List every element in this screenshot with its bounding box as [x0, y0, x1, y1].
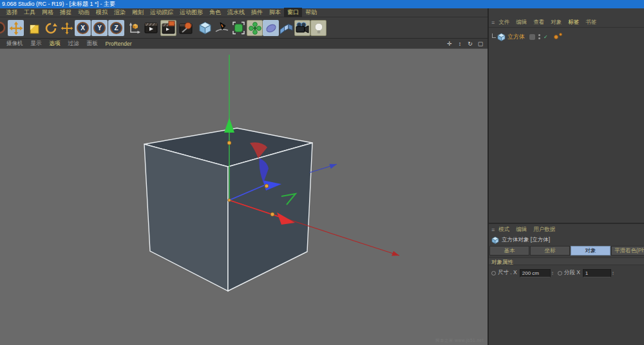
subdivision-surface-icon[interactable] [231, 20, 247, 36]
menu-mesh[interactable]: 网格 [39, 8, 57, 17]
attribute-object-title: 立方体对象 [立方体] [502, 236, 550, 244]
am-menu-mode[interactable]: 模式 [495, 226, 513, 234]
lock-x-axis-icon[interactable]: X [75, 20, 91, 36]
menu-select[interactable]: 选择 [3, 8, 21, 17]
segments-x-spinner[interactable]: ↕ [612, 270, 614, 276]
menu-simulate[interactable]: 模拟 [93, 8, 111, 17]
cube-object-icon [491, 236, 499, 244]
gizmo-origin-dot[interactable] [228, 199, 231, 202]
light-icon[interactable] [310, 20, 327, 36]
lock-z-axis-icon[interactable]: Z [108, 20, 124, 36]
menu-character[interactable]: 角色 [206, 8, 224, 17]
size-x-spinner[interactable]: ↕ [551, 270, 554, 276]
cinema4d-window: 9.068 Studio (RC - R19) - [未标题 1 *] - 主要… [0, 0, 644, 345]
add-cube-primitive-icon[interactable] [197, 20, 213, 36]
enabled-check-icon[interactable]: ✓ [544, 34, 548, 40]
deformers-icon[interactable] [247, 20, 263, 36]
menu-plugins[interactable]: 插件 [248, 8, 266, 17]
render-to-picture-viewer-icon[interactable] [160, 20, 176, 36]
tab-basic[interactable]: 基本 [489, 246, 529, 256]
cube-object-icon [497, 33, 506, 41]
menu-help[interactable]: 帮助 [302, 8, 320, 17]
om-menu-edit[interactable]: 编辑 [513, 19, 530, 26]
menu-sculpt[interactable]: 雕刻 [129, 8, 147, 17]
maximize-view-icon[interactable]: ▢ [477, 39, 484, 49]
cube-object[interactable] [144, 128, 312, 291]
menu-snap[interactable]: 捕捉 [57, 8, 75, 17]
tab-phong[interactable]: 平滑着色(Phon [611, 246, 644, 256]
menu-script[interactable]: 脚本 [266, 8, 284, 17]
keyframe-ring-icon[interactable] [558, 271, 562, 275]
om-menu-objects[interactable]: 对象 [547, 19, 565, 26]
hierarchy-branch-icon [492, 33, 496, 38]
move-tool-icon[interactable] [8, 20, 24, 36]
om-hamburger-icon[interactable]: ≡ [491, 19, 495, 26]
watermark: 脚本之家 www.jb51.net [435, 338, 484, 344]
segments-x-input[interactable] [583, 269, 611, 277]
viewport-menu-bar: 摄像机 显示 选项 过滤 面板 ProRender ✛ ↕ ↻ ▢ [0, 39, 488, 49]
camera-icon[interactable] [294, 20, 310, 36]
am-menu-userdata[interactable]: 用户数据 [530, 226, 558, 234]
rotate-tool-icon[interactable] [43, 20, 59, 36]
am-hamburger-icon[interactable]: ≡ [491, 227, 495, 233]
menu-motion-tracker[interactable]: 运动跟踪 [147, 8, 176, 17]
last-used-tool-icon[interactable] [59, 20, 75, 36]
axis-z-handle-dot[interactable] [265, 184, 269, 188]
phong-tag-icon[interactable] [554, 35, 558, 39]
fields-volume-icon[interactable] [263, 20, 279, 36]
menu-tools[interactable]: 工具 [21, 8, 39, 17]
right-panel: ≡ 文件 编辑 查看 对象 标签 书签 立方体 ✓ ≡ 模式 [488, 8, 644, 345]
am-menu-edit[interactable]: 编辑 [513, 226, 530, 234]
menu-render[interactable]: 渲染 [111, 8, 129, 17]
pan-view-icon[interactable]: ✛ [446, 39, 453, 49]
size-x-label: 尺寸 . X [498, 269, 517, 277]
attribute-tabs: 基本 坐标 对象 平滑着色(Phon [489, 246, 644, 256]
segments-x-label: 分段 X [564, 269, 580, 277]
panel-divider [489, 223, 644, 224]
om-menu-view[interactable]: 查看 [530, 19, 547, 26]
menu-mograph[interactable]: 运动图形 [176, 8, 206, 17]
om-menu-bookmarks[interactable]: 书签 [582, 19, 600, 26]
attribute-title-row: 立方体对象 [立方体] [489, 236, 644, 245]
lock-y-axis-icon[interactable]: Y [91, 20, 108, 36]
visibility-dots[interactable] [538, 34, 540, 39]
perspective-viewport[interactable]: 脚本之家 www.jb51.net [0, 49, 488, 345]
coordinate-system-icon[interactable] [126, 20, 142, 36]
om-menu-tags[interactable]: 标签 [565, 19, 582, 26]
tag-dot-icon[interactable] [559, 33, 562, 36]
floor-environment-icon[interactable] [278, 20, 294, 36]
axis-x-handle-dot[interactable] [270, 212, 274, 216]
live-selection-icon[interactable] [0, 20, 8, 36]
layer-icon[interactable] [529, 34, 535, 40]
vp-menu-filter[interactable]: 过滤 [64, 40, 83, 48]
section-object-properties[interactable]: 对象属性 [489, 257, 644, 265]
zoom-view-icon[interactable]: ↕ [457, 39, 463, 49]
vp-menu-panel[interactable]: 面板 [83, 40, 102, 48]
object-name[interactable]: 立方体 [507, 33, 525, 41]
menu-window[interactable]: 窗口 [284, 8, 302, 17]
main-toolbar: X Y Z [0, 17, 488, 39]
om-menu-file[interactable]: 文件 [495, 19, 513, 26]
edit-render-settings-icon[interactable] [178, 20, 194, 36]
tab-object[interactable]: 对象 [571, 246, 611, 256]
object-row-cube[interactable]: 立方体 ✓ [489, 32, 644, 42]
vp-menu-cameras[interactable]: 摄像机 [3, 40, 27, 48]
render-view-icon[interactable] [143, 20, 159, 36]
object-manager-menu: ≡ 文件 编辑 查看 对象 标签 书签 [489, 17, 644, 28]
attribute-manager-menu: ≡ 模式 编辑 用户数据 [489, 225, 644, 234]
spline-pen-icon[interactable] [214, 20, 230, 36]
axis-y-handle-dot[interactable] [227, 141, 231, 145]
menu-pipeline[interactable]: 流水线 [224, 8, 248, 17]
scale-tool-icon[interactable] [26, 20, 42, 36]
vp-menu-prorender[interactable]: ProRender [102, 41, 136, 47]
menu-animate[interactable]: 动画 [75, 8, 93, 17]
viewport-nav-controls: ✛ ↕ ↻ ▢ [446, 39, 484, 49]
object-properties-row: 尺寸 . X ↕ 分段 X ↕ [489, 267, 644, 279]
vp-menu-display[interactable]: 显示 [27, 40, 46, 48]
axis-y-arrow[interactable] [224, 118, 234, 133]
rotate-view-icon[interactable]: ↻ [467, 39, 473, 49]
tab-coordinates[interactable]: 坐标 [530, 246, 570, 256]
vp-menu-options[interactable]: 选项 [46, 40, 64, 48]
keyframe-ring-icon[interactable] [491, 271, 496, 275]
size-x-input[interactable] [520, 269, 551, 277]
